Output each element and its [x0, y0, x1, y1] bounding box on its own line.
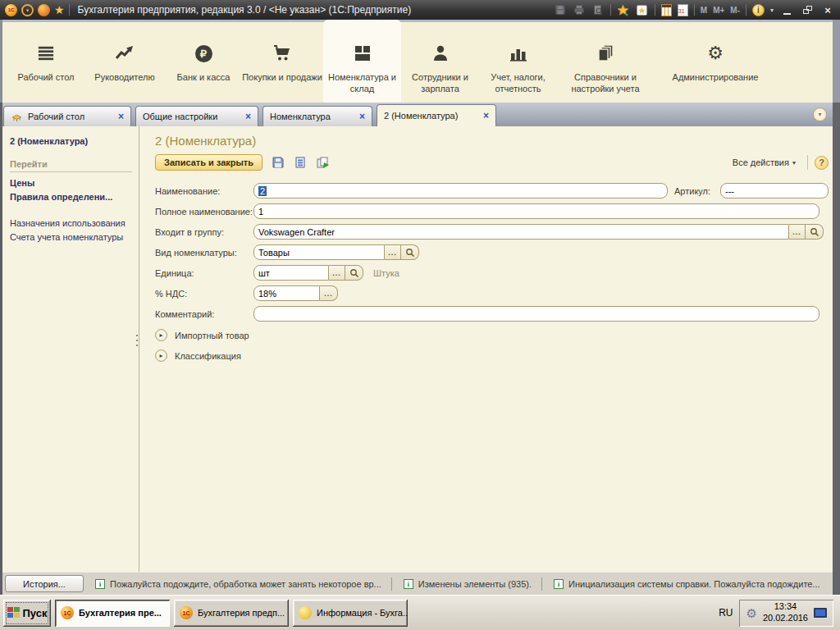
section-directories-settings[interactable]: Справочники и настройки учета — [557, 20, 654, 103]
windows-taskbar: Пуск 1С Бухгалтерия пре... 1С Бухгалтери… — [0, 595, 840, 630]
section-ribbon: Рабочий стол Руководителю ₽ Банк и касса… — [0, 20, 840, 103]
task-button-1c-main[interactable]: 1С Бухгалтерия пре... — [55, 600, 170, 627]
language-indicator[interactable]: RU — [719, 607, 733, 619]
tab-general-settings[interactable]: Общие настройки × — [135, 106, 258, 126]
expander-classification[interactable]: ▸ Классификация — [155, 346, 829, 365]
add-favorite-icon[interactable] — [617, 3, 630, 16]
full-name-input[interactable]: 1 — [253, 203, 819, 219]
memory-minus-button[interactable]: M- — [730, 6, 740, 15]
unit-open-button[interactable] — [345, 265, 363, 281]
preview-icon[interactable] — [591, 3, 605, 16]
tab-item-2-nomenclature[interactable]: 2 (Номенклатура) × — [377, 104, 496, 126]
name-input[interactable]: 2 — [253, 183, 668, 199]
expander-imported-goods[interactable]: ▸ Импортный товар — [155, 326, 829, 345]
status-divider — [541, 578, 542, 591]
group-value: Vokswagen Crafter — [258, 227, 335, 237]
tray-clock[interactable]: 13:34 20.02.2016 — [763, 601, 808, 624]
register-list-icon[interactable] — [294, 156, 307, 169]
tray-panel[interactable]: ⚙ 13:34 20.02.2016 — [739, 600, 833, 627]
form-title: 2 (Номенклатура) — [155, 134, 829, 148]
minimize-button[interactable] — [779, 2, 794, 17]
goto-header: Перейти — [10, 159, 132, 172]
save-and-close-button[interactable]: Записать и закрыть — [155, 154, 262, 171]
favorites-star-icon[interactable]: ★ — [54, 4, 65, 16]
tab-label: 2 (Номенклатура) — [384, 111, 477, 121]
window-title: Бухгалтерия предприятия, редакция 3.0 / … — [78, 4, 549, 16]
sidebar-item-usage[interactable]: Назначения использования — [10, 218, 132, 228]
titlebar-divider — [746, 4, 746, 16]
print-icon[interactable] — [573, 3, 586, 16]
form-area: 2 (Номенклатура) Записать и закрыть Все … — [142, 126, 840, 572]
write-icon[interactable] — [272, 156, 285, 169]
group-open-button[interactable] — [806, 224, 824, 240]
info-icon[interactable]: i — [752, 4, 765, 16]
section-manager[interactable]: Руководителю — [84, 20, 166, 103]
section-label: Учет, налоги, отчетность — [479, 71, 557, 95]
kind-value: Товары — [258, 248, 290, 258]
section-administration[interactable]: ⚙ Администрирование — [654, 20, 777, 103]
row-vat: % НДС: 18% ... — [155, 283, 829, 304]
titlebar-right-icons: 31 M M+ M- i ▾ × — [554, 2, 835, 17]
row-full-name: Полное наименование: 1 — [155, 201, 829, 221]
kind-open-button[interactable] — [401, 244, 419, 260]
info-status-icon: i — [95, 579, 105, 589]
tab-close-icon[interactable]: × — [118, 111, 124, 122]
info-dropdown-icon[interactable]: ▾ — [770, 7, 774, 14]
unit-select-button[interactable]: ... — [329, 265, 345, 281]
sidebar-item-rules[interactable]: Правила определени... — [10, 192, 132, 202]
row-unit: Единица: шт ... Штука — [155, 262, 829, 283]
tab-overflow-button[interactable]: ▾ — [813, 107, 827, 121]
all-actions-button[interactable]: Все действия ▾ — [733, 158, 796, 167]
sidebar-item-accounts[interactable]: Счета учета номенклатуры — [10, 232, 132, 242]
tab-close-icon[interactable]: × — [483, 110, 489, 121]
tab-close-icon[interactable]: × — [245, 111, 251, 122]
task-label: Бухгалтерия предп... — [198, 608, 285, 618]
sidebar-item-prices[interactable]: Цены — [10, 178, 132, 188]
row-comment: Комментарий: — [155, 304, 829, 324]
calculator-icon[interactable] — [661, 4, 672, 16]
vat-select-button[interactable]: ... — [320, 285, 338, 301]
task-button-1c-second[interactable]: 1С Бухгалтерия предп... — [174, 600, 289, 627]
tray-date: 20.02.2016 — [763, 613, 808, 624]
help-button[interactable]: ? — [815, 156, 829, 170]
group-select-button[interactable]: ... — [789, 224, 806, 240]
row-kind: Вид номенклатуры: Товары ... — [155, 242, 829, 262]
task-button-information[interactable]: Информация - Бухга... — [293, 600, 408, 627]
favorites-list-icon[interactable] — [636, 3, 649, 16]
save-icon[interactable] — [554, 3, 567, 16]
section-desktop[interactable]: Рабочий стол — [8, 20, 84, 103]
section-staff-salary[interactable]: Сотрудники и зарплата — [401, 20, 479, 103]
article-input[interactable]: --- — [720, 183, 829, 199]
restore-button[interactable] — [800, 2, 815, 17]
section-accounting-taxes[interactable]: Учет, налоги, отчетность — [479, 20, 557, 103]
tab-nomenclature[interactable]: Номенклатура × — [262, 106, 372, 126]
group-label: Входит в группу: — [155, 227, 253, 237]
status-divider — [391, 578, 392, 591]
history-button[interactable]: История... — [5, 575, 84, 592]
toolbar-divider — [807, 155, 808, 170]
status-text: Инициализация системы справки. Пожалуйст… — [568, 579, 820, 589]
copy-settings-icon[interactable] — [316, 156, 330, 169]
unit-input[interactable]: шт — [253, 265, 329, 281]
memory-plus-button[interactable]: M+ — [713, 6, 724, 15]
calendar-icon[interactable]: 31 — [678, 4, 688, 16]
comment-input[interactable] — [253, 306, 819, 322]
close-button[interactable]: × — [820, 2, 835, 17]
task-label: Бухгалтерия пре... — [79, 608, 162, 618]
system-tray: RU ⚙ 13:34 20.02.2016 — [719, 600, 837, 627]
start-button[interactable]: Пуск — [3, 600, 51, 627]
form-fields: Наименование: 2 Артикул: --- Полное наим… — [155, 180, 829, 365]
tab-close-icon[interactable]: × — [359, 111, 365, 122]
tab-desktop[interactable]: Рабочий стол × — [3, 106, 131, 126]
row-name: Наименование: 2 Артикул: --- — [155, 180, 829, 201]
record-icon[interactable] — [38, 4, 50, 16]
section-nomenclature-warehouse[interactable]: Номенклатура и склад — [323, 20, 401, 103]
section-bank-cash[interactable]: ₽ Банк и касса — [166, 20, 241, 103]
section-purchases-sales[interactable]: Покупки и продажи — [241, 20, 323, 103]
memory-recall-button[interactable]: M — [701, 6, 707, 15]
main-menu-icon[interactable]: ▾ — [21, 4, 34, 16]
kind-select-button[interactable]: ... — [385, 244, 401, 260]
vat-input[interactable]: 18% — [253, 285, 320, 301]
group-input[interactable]: Vokswagen Crafter — [253, 224, 789, 240]
kind-input[interactable]: Товары — [253, 244, 385, 260]
